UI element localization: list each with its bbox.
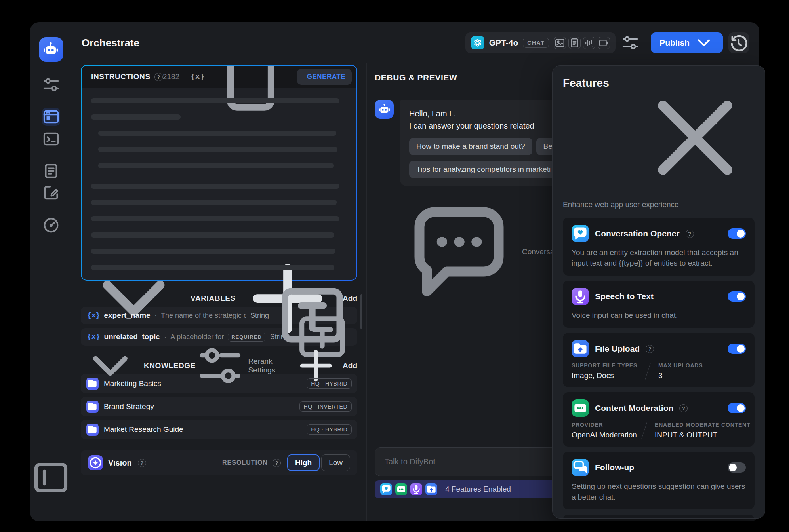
skeleton-line [91,265,334,270]
feature-meta: SUPPORT FILE TYPESImage, DocsMAX UPLOADS… [572,362,746,380]
skeleton-line [91,98,339,103]
follow-up-icon [572,459,589,476]
sidebar-item-annotations[interactable] [42,184,60,202]
rerank-settings-button[interactable]: Rerank Settings [196,341,279,390]
sidebar-item-monitoring[interactable] [42,216,60,234]
help-icon[interactable]: ? [273,459,281,467]
version-history-button[interactable] [728,32,749,53]
feature-card-follow-up: Follow-upSetting up next questions sugge… [563,452,755,509]
meta-column: PROVIDEROpenAI Moderation [572,422,634,439]
sidebar-item-orchestrate[interactable] [42,108,60,126]
feature-card-content-moderation: Content Moderation?PROVIDEROpenAI Modera… [563,392,755,446]
logs-icon [42,162,60,180]
collapse-sidebar-button[interactable] [30,457,72,498]
capability-badge-video [598,37,610,49]
content-moderation-toggle[interactable] [728,403,746,413]
knowledge-row[interactable]: Brand StrategyHQ · INVERTED [81,397,357,416]
model-selector[interactable]: GPT-4o CHAT [465,32,616,53]
app-logo-robot-icon[interactable] [39,37,63,62]
file-upload-mini-icon [425,483,437,495]
video-icon [598,37,610,49]
meta-value: 3 [658,371,703,380]
terminal-icon [42,130,60,148]
knowledge-folder-icon [86,378,99,390]
meta-value: OpenAI Moderation [572,431,634,439]
feature-card-speech-to-text: Speech to TextVoice input can be used in… [563,281,755,328]
character-count: 2182 [163,72,179,81]
capability-badge-vision [554,37,566,49]
resolution-high-button[interactable]: High [287,454,320,471]
file-upload-icon [572,340,589,357]
dot-separator: · [164,332,166,341]
feature-meta: PROVIDEROpenAI ModerationENABLED MODERAT… [572,422,746,439]
features-panel-subtitle: Enhance web app user experience [563,200,755,209]
conversation-opener-toggle[interactable] [728,228,746,239]
feature-title: File Upload [595,344,640,353]
knowledge-index-badge: HQ · HYBRID [307,424,352,435]
rerank-settings-label: Rerank Settings [248,357,279,374]
follow-up-toggle[interactable] [728,462,746,473]
scrollbar-thumb[interactable] [360,294,362,329]
conversation-opener-glyph [572,225,589,242]
model-name: GPT-4o [489,38,518,48]
instructions-header: INSTRUCTIONS ? 2182 {x} GENERATE [82,66,356,88]
sliders-icon [621,34,639,52]
content-moderation-icon [395,483,407,495]
meta-label: MAX UPLOADS [658,362,703,369]
help-icon[interactable]: ? [686,230,694,238]
file-upload-toggle[interactable] [728,344,746,354]
knowledge-name: Market Research Guide [104,425,183,434]
knowledge-name: Marketing Basics [104,379,161,388]
suggestion-chip[interactable]: Tips for analyzing competitors in market… [409,161,558,178]
suggestion-chip[interactable]: How to make a brand stand out? [409,138,532,155]
meta-label: ENABLED MODERATE CONTENT [655,422,746,428]
robot-icon [39,37,63,62]
robot-icon [375,100,394,119]
instructions-panel: INSTRUCTIONS ? 2182 {x} GENERATE [81,65,357,281]
skeleton-line [91,249,335,254]
file-upload-glyph [572,340,589,357]
feature-card-header: Content Moderation? [572,399,746,417]
meta-value: Image, Docs [572,371,637,380]
sidebar-item-logs[interactable] [42,162,60,180]
configuration-column: INSTRUCTIONS ? 2182 {x} GENERATE [81,63,357,521]
sidebar [30,22,72,521]
resolution-label: RESOLUTION [222,459,268,466]
top-bar: Orchestrate GPT-4o CHAT Publish [72,22,759,63]
help-icon[interactable]: ? [679,404,688,412]
sidebar-item-terminal[interactable] [42,130,60,148]
feature-card-header: Conversation Opener? [572,225,746,242]
resolution-low-button[interactable]: Low [321,454,350,471]
publish-button[interactable]: Publish [651,32,723,53]
skeleton-line [91,114,181,120]
sidebar-item-tune[interactable] [42,76,60,94]
toggle-knob [729,464,737,471]
feature-description: Setting up next questions suggestion can… [572,481,746,502]
feature-title: Conversation Opener [595,229,680,238]
help-icon[interactable]: ? [154,73,163,81]
meta-label: SUPPORT FILE TYPES [572,362,637,369]
sliders-icon [42,76,60,94]
knowledge-row[interactable]: Market Research GuideHQ · HYBRID [81,420,357,439]
close-button[interactable] [636,78,755,197]
help-icon[interactable]: ? [646,345,654,353]
help-icon[interactable]: ? [138,459,146,467]
window-icon [42,108,60,126]
conversation-opener-icon [380,483,392,495]
model-settings-button[interactable] [621,34,639,52]
conversation-opener-mini-icon [380,483,392,495]
knowledge-section-header: KNOWLEDGE Rerank Settings Add [81,357,357,374]
instructions-editor[interactable] [82,88,356,280]
folder-icon [86,378,99,390]
chat-mode-badge: CHAT [523,38,549,48]
content-moderation-icon [572,399,589,417]
insert-variable-icon[interactable]: {x} [191,72,204,81]
speech-to-text-toggle[interactable] [728,291,746,302]
knowledge-folder-icon [86,424,99,436]
generate-button[interactable]: GENERATE [297,69,352,85]
feature-card-conversation-opener: Conversation Opener?You are an entity ex… [563,218,755,276]
file-upload-icon [425,483,437,495]
history-icon [728,32,749,53]
knowledge-index-badge: HQ · INVERTED [299,401,352,412]
skeleton-line [98,147,337,152]
